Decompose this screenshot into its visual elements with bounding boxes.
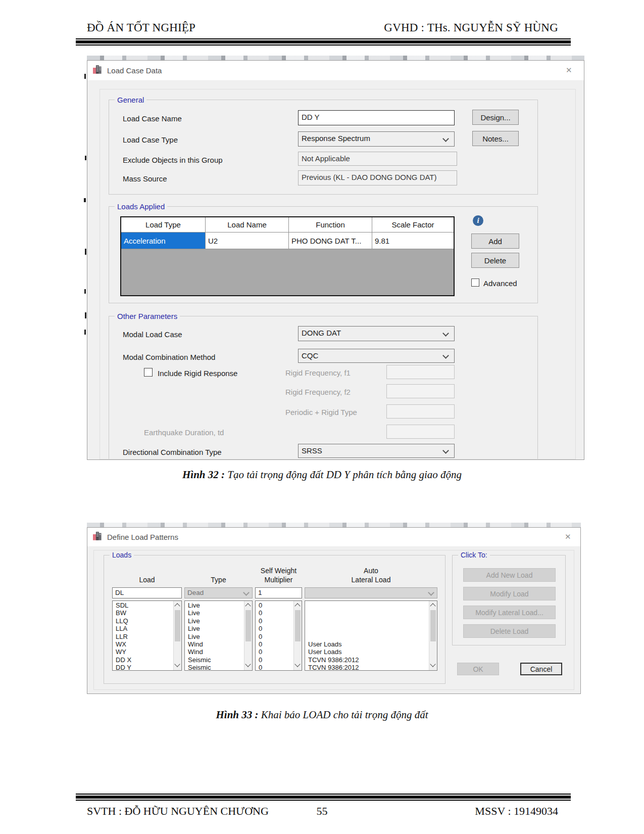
design-button[interactable]: Design... bbox=[472, 110, 519, 125]
load-name-cell[interactable]: U2 bbox=[206, 233, 289, 249]
dialog-titlebar[interactable] bbox=[87, 61, 584, 81]
scroll-down-icon[interactable] bbox=[174, 661, 180, 667]
list-item[interactable] bbox=[305, 625, 429, 632]
load-case-type-label: Load Case Type bbox=[123, 135, 178, 144]
list-item[interactable]: 0 bbox=[256, 648, 294, 656]
doc-footer-right: MSSV : 19149034 bbox=[475, 805, 558, 818]
header-rule-thick bbox=[76, 40, 571, 43]
list-item[interactable] bbox=[305, 601, 429, 609]
list-item[interactable]: 0 bbox=[256, 625, 294, 632]
table-row[interactable]: Acceleration U2 PHO DONG DAT T... 9.81 bbox=[121, 233, 454, 249]
scroll-down-icon[interactable] bbox=[245, 661, 251, 667]
list-item[interactable]: Wind bbox=[185, 648, 244, 656]
info-icon[interactable]: i bbox=[473, 215, 483, 226]
list-item[interactable]: Live bbox=[185, 609, 244, 617]
list-item[interactable]: 0 bbox=[256, 601, 294, 609]
list-item[interactable]: WX bbox=[113, 640, 174, 648]
list-item[interactable]: Live bbox=[185, 625, 244, 632]
list-item[interactable]: TCVN 9386:2012 bbox=[305, 664, 429, 671]
list-item[interactable]: 0 bbox=[256, 664, 294, 671]
list-item[interactable]: LLQ bbox=[113, 617, 174, 625]
modal-load-case-select[interactable]: DONG DAT bbox=[298, 326, 455, 341]
list-item[interactable]: Seismic bbox=[185, 664, 244, 671]
notes-button[interactable]: Notes... bbox=[472, 131, 519, 146]
load-type-select[interactable]: Dead bbox=[184, 587, 253, 598]
list-item[interactable] bbox=[305, 633, 429, 640]
include-rigid-label: Include Rigid Response bbox=[158, 369, 237, 378]
auto-lateral-select[interactable] bbox=[305, 587, 437, 598]
list-item[interactable]: 0 bbox=[256, 656, 294, 664]
add-button[interactable]: Add bbox=[471, 234, 519, 249]
scroll-up-icon[interactable] bbox=[430, 603, 435, 609]
load-list[interactable]: SDLBWLLQLLALLRWXWYDD XDD Y bbox=[112, 600, 182, 671]
load-type-cell[interactable]: Acceleration bbox=[121, 233, 206, 249]
load-case-type-select[interactable]: Response Spectrum bbox=[298, 131, 455, 147]
list-item[interactable]: TCVN 9386:2012 bbox=[305, 656, 429, 664]
directional-combination-select[interactable]: SRSS bbox=[298, 444, 455, 458]
scrollbar[interactable] bbox=[173, 601, 181, 670]
list-item[interactable]: WY bbox=[113, 648, 174, 656]
modify-load-button[interactable]: Modify Load bbox=[463, 587, 556, 600]
list-item[interactable] bbox=[305, 617, 429, 625]
doc-header-left: ĐỒ ÁN TỐT NGHIỆP bbox=[87, 21, 195, 34]
list-item[interactable]: 0 bbox=[256, 617, 294, 625]
column-header-load: Load bbox=[112, 564, 182, 584]
list-item[interactable]: LLA bbox=[113, 625, 174, 632]
column-header: Scale Factor bbox=[372, 217, 454, 232]
modify-lateral-load-button[interactable]: Modify Lateral Load... bbox=[463, 606, 556, 619]
scroll-down-icon[interactable] bbox=[430, 661, 435, 667]
auto-lateral-list[interactable]: User LoadsUser LoadsTCVN 9386:2012TCVN 9… bbox=[305, 600, 437, 671]
scrollbar[interactable] bbox=[244, 601, 252, 670]
scroll-up-icon[interactable] bbox=[294, 603, 300, 609]
list-item[interactable] bbox=[305, 609, 429, 617]
scrollbar-thumb[interactable] bbox=[245, 610, 251, 641]
add-new-load-button[interactable]: Add New Load bbox=[463, 568, 556, 582]
list-item[interactable]: 0 bbox=[256, 633, 294, 640]
advanced-checkbox[interactable] bbox=[471, 279, 479, 287]
scan-artifact bbox=[84, 198, 86, 202]
list-item[interactable]: LLR bbox=[113, 633, 174, 640]
load-name-input[interactable]: DL bbox=[112, 587, 182, 598]
list-item[interactable]: DD Y bbox=[113, 664, 174, 671]
list-item[interactable]: Live bbox=[185, 633, 244, 640]
scroll-up-icon[interactable] bbox=[174, 603, 180, 609]
scrollbar[interactable] bbox=[293, 601, 302, 670]
modal-combination-select[interactable]: CQC bbox=[298, 349, 455, 363]
click-to-group-label: Click To: bbox=[458, 551, 490, 559]
modal-combination-label: Modal Combination Method bbox=[123, 353, 215, 361]
list-item[interactable]: Seismic bbox=[185, 656, 244, 664]
scrollbar[interactable] bbox=[429, 601, 437, 670]
list-item[interactable]: Wind bbox=[185, 640, 244, 648]
list-item[interactable]: User Loads bbox=[305, 648, 429, 656]
list-item[interactable]: Live bbox=[185, 601, 244, 609]
scrollbar-thumb[interactable] bbox=[295, 610, 301, 641]
delete-load-button[interactable]: Delete Load bbox=[463, 624, 556, 638]
delete-button[interactable]: Delete bbox=[471, 253, 519, 268]
multiplier-list[interactable]: 000000000 bbox=[255, 600, 302, 671]
scroll-up-icon[interactable] bbox=[245, 603, 251, 609]
list-item[interactable]: DD X bbox=[113, 656, 174, 664]
scrollbar-thumb[interactable] bbox=[175, 610, 180, 641]
scrollbar-thumb[interactable] bbox=[430, 610, 436, 641]
list-item[interactable]: BW bbox=[113, 609, 174, 617]
scroll-down-icon[interactable] bbox=[294, 661, 300, 667]
list-item[interactable]: User Loads bbox=[305, 640, 429, 648]
self-weight-input[interactable]: 1 bbox=[255, 587, 302, 598]
include-rigid-checkbox[interactable] bbox=[144, 368, 153, 377]
function-cell[interactable]: PHO DONG DAT T... bbox=[289, 233, 372, 249]
list-item[interactable]: Live bbox=[185, 617, 244, 625]
list-item[interactable]: 0 bbox=[256, 609, 294, 617]
column-header-type: Type bbox=[184, 564, 253, 584]
close-icon[interactable]: ✕ bbox=[566, 66, 572, 75]
type-list[interactable]: LiveLiveLiveLiveLiveWindWindSeismicSeism… bbox=[184, 600, 253, 671]
load-case-name-input[interactable]: DD Y bbox=[298, 110, 455, 125]
close-icon[interactable]: ✕ bbox=[565, 532, 571, 541]
scale-factor-cell[interactable]: 9.81 bbox=[372, 233, 454, 249]
ok-button[interactable]: OK bbox=[457, 663, 499, 675]
rigid-f2-label: Rigid Frequency, f2 bbox=[285, 388, 351, 396]
list-item[interactable]: 0 bbox=[256, 640, 294, 648]
list-item[interactable]: SDL bbox=[113, 601, 174, 609]
footer-rule-thick bbox=[76, 796, 571, 799]
scan-noise-band bbox=[87, 56, 584, 60]
cancel-button[interactable]: Cancel bbox=[520, 663, 562, 675]
